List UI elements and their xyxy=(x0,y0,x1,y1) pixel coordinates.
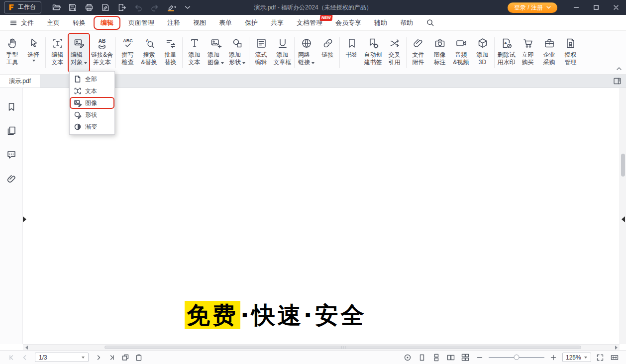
workspace-button[interactable]: 工作台 xyxy=(4,1,41,13)
single-page-button[interactable] xyxy=(417,353,427,363)
attachments-panel-icon[interactable] xyxy=(5,173,17,184)
ribbon-button-edit-text[interactable]: 编辑 文本 xyxy=(47,33,68,72)
undo-icon[interactable] xyxy=(131,2,145,13)
ribbon-separator xyxy=(406,37,407,68)
clipboard-icon[interactable] xyxy=(133,353,144,363)
menu-tab-document-management[interactable]: 文档管理NEW xyxy=(290,16,329,30)
ribbon-button-add-text[interactable]: 添加 文本 xyxy=(184,33,205,72)
dropdown-item-text[interactable]: 文本 xyxy=(70,85,114,97)
page-number-select[interactable]: 1/3 xyxy=(35,353,89,362)
maximize-button[interactable] xyxy=(586,0,606,15)
collapse-ribbon-icon[interactable] xyxy=(616,66,623,72)
menu-tab-comment[interactable]: 注释 xyxy=(161,16,187,30)
menu-search-button[interactable] xyxy=(419,16,441,29)
login-register-button[interactable]: 登录 / 注册 xyxy=(508,2,557,13)
dropdown-item-all[interactable]: 全部 xyxy=(70,73,114,85)
highlight-tool-icon[interactable] xyxy=(164,2,178,13)
prev-page-button[interactable] xyxy=(19,353,30,363)
first-page-button[interactable] xyxy=(6,353,17,363)
ribbon-button-add-image[interactable]: 添加 图像 xyxy=(205,33,226,72)
ribbon-button-buy-now[interactable]: 立即 购买 xyxy=(517,33,538,72)
page-heading: 免费·快速·安全 xyxy=(185,300,367,331)
menu-tab-member-exclusive[interactable]: 会员专享 xyxy=(329,16,368,30)
ribbon-button-cross-reference[interactable]: 交叉 引用 xyxy=(384,33,405,72)
menu-tab-protect[interactable]: 保护 xyxy=(238,16,264,30)
ribbon-button-remove-trial-watermark[interactable]: A 删除试 用水印 xyxy=(496,33,517,72)
last-page-button[interactable] xyxy=(106,353,117,363)
ribbon-button-license-management[interactable]: 授权 管理 xyxy=(560,33,581,72)
scroll-left-icon[interactable] xyxy=(23,346,30,350)
facing-continuous-button[interactable] xyxy=(460,353,471,363)
dropdown-item-shape[interactable]: 形状 xyxy=(70,109,114,121)
close-button[interactable] xyxy=(606,0,626,15)
facing-page-button[interactable] xyxy=(445,353,456,363)
minimize-button[interactable] xyxy=(566,0,586,15)
menu-tab-page-management[interactable]: 页面管理 xyxy=(122,16,161,30)
fit-width-button[interactable] xyxy=(609,353,620,363)
snapshot-icon[interactable] xyxy=(120,353,131,363)
read-mode-button[interactable] xyxy=(402,353,413,363)
horizontal-scrollbar-thumb[interactable] xyxy=(104,346,581,349)
ribbon-button-link-merge-text[interactable]: AB 链接&合 并文本 xyxy=(90,33,114,72)
ribbon-button-image-annotation[interactable]: 图像 标注 xyxy=(429,33,450,72)
customize-toolbar-icon[interactable] xyxy=(181,2,194,13)
menu-file[interactable]: 文件 xyxy=(3,16,40,30)
horizontal-scrollbar-row xyxy=(0,344,626,350)
ribbon-button-add-shape[interactable]: 添加 形状 xyxy=(226,33,248,72)
menu-tab-share[interactable]: 共享 xyxy=(264,16,290,30)
ribbon-button-search-replace[interactable]: A 搜索 &替换 xyxy=(138,33,160,72)
next-page-button[interactable] xyxy=(93,353,104,363)
ribbon-button-hand-tool[interactable]: 手型 工具 xyxy=(1,33,23,72)
redo-icon[interactable] xyxy=(148,2,161,13)
bookmark-panel-icon[interactable] xyxy=(5,101,17,113)
menu-tab-home[interactable]: 主页 xyxy=(40,16,66,30)
ribbon-button-web-link[interactable]: 网络 链接 xyxy=(296,33,317,72)
ribbon-button-auto-bookmark[interactable]: 自动创 建书签 xyxy=(362,33,384,72)
vertical-scrollbar-thumb[interactable] xyxy=(621,154,625,177)
menu-tab-edit[interactable]: 编辑 xyxy=(94,16,120,30)
save-icon[interactable] xyxy=(66,2,79,13)
continuous-page-button[interactable] xyxy=(431,353,442,363)
ribbon-button-enterprise-purchase[interactable]: 企业 采购 xyxy=(538,33,560,72)
menu-tab-help[interactable]: 帮助 xyxy=(394,16,419,30)
ribbon-button-bookmark[interactable]: 书签 xyxy=(341,33,362,72)
ribbon-separator xyxy=(339,37,340,68)
menu-tab-convert[interactable]: 转换 xyxy=(66,16,92,30)
comments-panel-icon[interactable] xyxy=(5,149,17,161)
print-icon[interactable] xyxy=(82,2,96,13)
ribbon-button-link[interactable]: 链接 xyxy=(317,33,338,72)
horizontal-scrollbar[interactable] xyxy=(23,344,620,350)
zoom-in-button[interactable] xyxy=(548,353,559,363)
zoom-slider-thumb[interactable] xyxy=(514,355,520,360)
ribbon-button-add-article-box[interactable]: 添加 文章框 xyxy=(272,33,293,72)
ribbon-button-select[interactable]: 选择 xyxy=(23,33,44,72)
zoom-out-button[interactable] xyxy=(474,353,485,363)
ribbon-button-add-3d[interactable]: 添加 3D xyxy=(472,33,493,72)
ribbon-button-file-attachment[interactable]: 文件 附件 xyxy=(408,33,429,72)
fullscreen-button[interactable] xyxy=(595,353,606,363)
quick-sign-icon[interactable] xyxy=(99,2,112,13)
foxit-logo-icon xyxy=(8,4,15,10)
ribbon-toolbar: 手型 工具 选择 编辑 文本 编辑 对象 AB 链接&合 并文本 ABC 拼写 … xyxy=(0,31,626,75)
sidebar-expand-handle[interactable] xyxy=(23,216,26,222)
ribbon-button-batch-replace[interactable]: 批量 替换 xyxy=(160,33,181,72)
menu-tab-accessibility[interactable]: 辅助 xyxy=(368,16,394,30)
scroll-right-icon[interactable] xyxy=(613,346,620,350)
dropdown-item-image[interactable]: 图像 xyxy=(70,97,114,109)
open-file-icon[interactable] xyxy=(49,2,63,13)
document-tab[interactable]: 演示.pdf xyxy=(0,75,40,88)
right-panel-expand-handle[interactable] xyxy=(622,216,625,222)
dropdown-item-gradient[interactable]: 渐变 xyxy=(70,121,114,133)
export-icon[interactable] xyxy=(115,2,128,13)
zoom-level-select[interactable]: 125% xyxy=(562,353,591,362)
zoom-slider[interactable] xyxy=(489,354,544,361)
ribbon-button-flow-edit[interactable]: 流式 编辑 xyxy=(250,33,272,72)
menu-tab-form[interactable]: 表单 xyxy=(212,16,238,30)
ribbon-button-audio-video[interactable]: 音频 &视频 xyxy=(450,33,472,72)
ribbon-button-spell-check[interactable]: ABC 拼写 检查 xyxy=(117,33,138,72)
ribbon-button-edit-object[interactable]: 编辑 对象 xyxy=(68,33,90,72)
pages-panel-icon[interactable] xyxy=(5,125,17,137)
highlighted-text: 免费 xyxy=(185,301,240,329)
page-panel-toggle-icon[interactable] xyxy=(613,77,626,85)
menu-tab-view[interactable]: 视图 xyxy=(187,16,212,30)
